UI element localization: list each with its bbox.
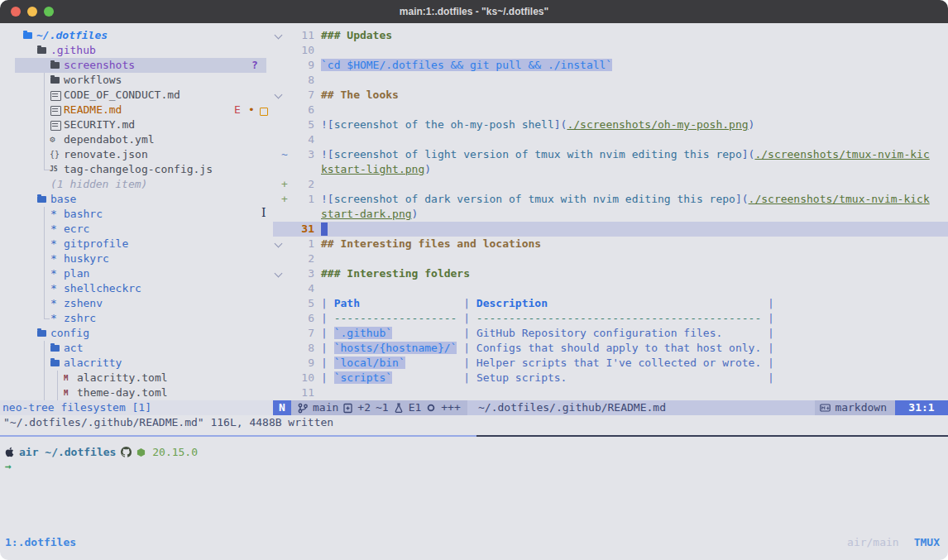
editor-line[interactable]: 11 [273, 385, 948, 400]
editor-line[interactable]: kstart-light.png) [273, 162, 948, 177]
editor-line[interactable]: 8| `hosts/{hostname}/` | Configs that sh… [273, 341, 948, 356]
tree-item-label: ecrc [64, 222, 89, 237]
folder-icon [37, 330, 46, 337]
tree-indent-guide [44, 73, 45, 88]
line-text: | `local/bin` | Helper scripts that I've… [321, 356, 774, 371]
tree-item-act[interactable]: act [0, 341, 273, 356]
tree-item-zshrc[interactable]: *zshrc [0, 311, 273, 326]
editor-line[interactable]: 8 [273, 73, 948, 88]
editor-line[interactable]: 4 [273, 281, 948, 296]
line-text: | ------------------- | ----------------… [321, 311, 774, 326]
tree-item-label: base [50, 192, 76, 207]
tree-item-dependabot-yml[interactable]: ⚙dependabot.yml [0, 132, 273, 147]
shell-prompt[interactable]: air ~/.dotfiles 20.15.0 [5, 444, 198, 459]
tree-item-label: tag-changelog-config.js [64, 162, 213, 177]
tmux-pane-border-active [0, 435, 476, 437]
tree-item-label: plan [64, 266, 89, 281]
tree-item-label: SECURITY.md [64, 117, 135, 132]
editor-line[interactable]: ~3![screenshot of light version of tmux … [273, 147, 948, 162]
file-icon: M [64, 371, 68, 385]
zoom-button[interactable] [44, 7, 54, 17]
neotree-winbar: neo-tree filesystem [1] [0, 400, 273, 415]
tree-item-alacritty[interactable]: alacritty [0, 356, 273, 371]
github-icon [121, 447, 132, 457]
tree-indent-guide [57, 385, 58, 400]
folder-icon [37, 47, 46, 54]
line-number: 9 [281, 356, 314, 371]
editor-line[interactable]: start-dark.png) [273, 207, 948, 222]
tree-item-screenshots[interactable]: screenshots? [0, 58, 273, 73]
tree-item-workflows[interactable]: workflows [0, 73, 273, 88]
tree-item-alacritty-toml[interactable]: Malacritty.toml [0, 371, 273, 385]
file-icon: * [50, 207, 57, 222]
diagnostics-errors: E1 [409, 400, 422, 415]
statusline-extra: +++ [441, 400, 460, 415]
editor-line[interactable]: +2 [273, 177, 948, 192]
tree-item-1-hidden-item[interactable]: (1 hidden item) [0, 177, 273, 192]
tmux-right-section: air/main TMUX [847, 535, 940, 550]
line-number: 6 [281, 311, 314, 326]
tree-item-dotfiles[interactable]: ~/.dotfiles [0, 28, 273, 43]
tree-item-config[interactable]: config [0, 326, 273, 341]
tree-indent-guide [44, 311, 50, 319]
tree-item-ecrc[interactable]: *ecrc [0, 222, 273, 237]
diff-file-icon [343, 403, 352, 414]
git-diff-added: +2 [357, 400, 371, 415]
tree-item-label: renovate.json [64, 147, 148, 162]
editor-line[interactable]: 4 [273, 132, 948, 147]
editor-line[interactable]: 6| ------------------- | ---------------… [273, 311, 948, 326]
line-number: 8 [281, 73, 314, 88]
editor-line[interactable]: 9| `local/bin` | Helper scripts that I'v… [273, 356, 948, 371]
editor-line[interactable]: 5![screenshot of the oh-my-posh shell](.… [273, 117, 948, 132]
editor-line[interactable]: 1## Interesting files and locations [273, 237, 948, 251]
editor-line[interactable]: 2 [273, 251, 948, 266]
editor-cursor-line[interactable]: 31 [273, 222, 948, 237]
file-icon: * [50, 237, 57, 251]
tree-item-theme-day-toml[interactable]: Mtheme-day.toml [0, 385, 273, 400]
tree-item-security-md[interactable]: SECURITY.md [0, 117, 273, 132]
tree-item-shellcheckrc[interactable]: *shellcheckrc [0, 281, 273, 296]
apple-icon [5, 447, 14, 457]
editor-line[interactable]: 9`cd $HOME/.dotfiles && git pull && ./in… [273, 58, 948, 73]
editor-line[interactable]: 3### Interesting folders [273, 266, 948, 281]
line-number: 3 [281, 266, 314, 281]
tree-item-base[interactable]: base [0, 192, 273, 207]
tree-item-label: huskyrc [64, 251, 109, 266]
tree-item-code-of-conduct-md[interactable]: CODE_OF_CONDUCT.md [0, 88, 273, 103]
tree-item-label: workflows [64, 73, 122, 88]
editor-line[interactable]: 10| `scripts` | Setup scripts. | [273, 371, 948, 385]
editor-line[interactable]: 7## The looks [273, 88, 948, 103]
editor-line[interactable]: 6 [273, 103, 948, 117]
editor-line[interactable]: 10 [273, 43, 948, 58]
tree-item-bashrc[interactable]: *bashrc [0, 207, 273, 222]
line-number: 7 [281, 88, 314, 103]
editor-line[interactable]: 5| Path | Description | [273, 296, 948, 311]
tree-item-gitprofile[interactable]: *gitprofile [0, 237, 273, 251]
flask-icon [394, 403, 404, 414]
editor-line[interactable]: 11### Updates [273, 28, 948, 43]
tree-item-label: act [64, 341, 83, 356]
tree-item-tag-changelog-config-js[interactable]: JStag-changelog-config.js [0, 162, 273, 177]
statusline-filetype-section: markdown [815, 400, 895, 415]
nodejs-icon [136, 448, 146, 457]
line-number: 7 [281, 326, 314, 341]
tree-item-renovate-json[interactable]: {}renovate.json [0, 147, 273, 162]
tree-indent-guide [44, 237, 45, 251]
tree-item-readme-md[interactable]: README.mdE• [0, 103, 273, 117]
editor-line[interactable]: +1![screenshot of dark version of tmux w… [273, 192, 948, 207]
tree-item-github[interactable]: .github [0, 43, 273, 58]
minimize-button[interactable] [27, 7, 37, 17]
git-diff-changed: ~1 [376, 400, 389, 415]
terminal-window: main:1:.dotfiles - "ks~/.dotfiles" ~/.do… [0, 0, 948, 560]
tmux-window-item[interactable]: 1:.dotfiles [5, 535, 76, 550]
editor-line[interactable]: 7| `.github` | GitHub Repository configu… [273, 326, 948, 341]
prompt-arrow[interactable]: → [5, 459, 12, 474]
line-text: ## The looks [321, 88, 399, 103]
tree-item-label: theme-day.toml [77, 385, 168, 400]
close-button[interactable] [11, 7, 21, 17]
tree-item-zshenv[interactable]: *zshenv [0, 296, 273, 311]
tree-item-plan[interactable]: *plan [0, 266, 273, 281]
file-icon: * [50, 281, 57, 296]
tree-item-huskyrc[interactable]: *huskyrc [0, 251, 273, 266]
line-number: 2 [281, 251, 314, 266]
